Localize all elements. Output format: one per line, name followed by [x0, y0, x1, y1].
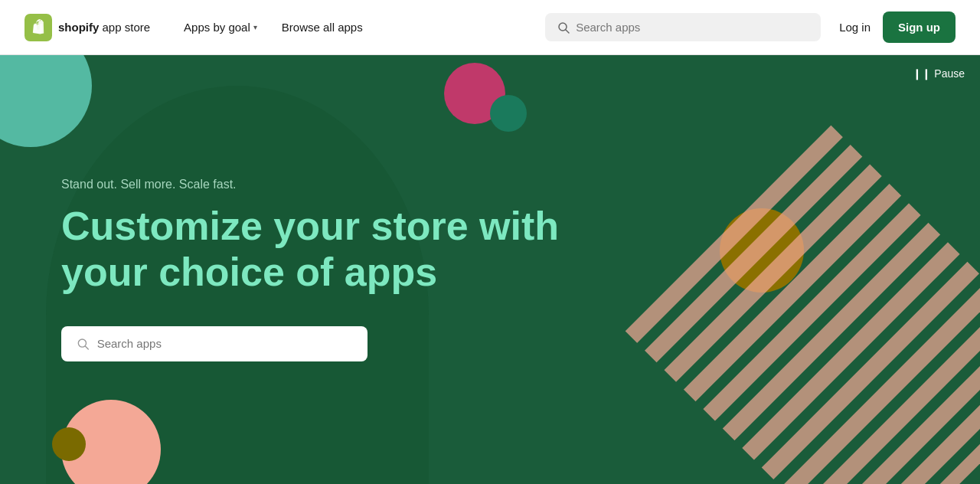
- login-button[interactable]: Log in: [839, 21, 871, 34]
- hero-search-bar[interactable]: [61, 326, 368, 361]
- site-header: shopify app store Apps by goal ▾ Browse …: [0, 0, 980, 55]
- hero-search-icon: [77, 337, 90, 351]
- olive-circle-decoration: [52, 427, 86, 461]
- svg-line-2: [566, 30, 569, 33]
- hero-title: Customize your store with your choice of…: [61, 204, 597, 296]
- shopify-logo-icon: [24, 14, 52, 41]
- chevron-down-icon: ▾: [253, 23, 257, 31]
- main-nav: Apps by goal ▾ Browse all apps: [175, 15, 527, 40]
- logo-text: shopify app store: [58, 21, 150, 34]
- header-actions: Log in Sign up: [839, 11, 956, 43]
- pause-label: Pause: [934, 67, 965, 80]
- signup-button[interactable]: Sign up: [883, 11, 956, 43]
- header-search-bar[interactable]: [545, 13, 821, 41]
- pause-icon: ❙❙: [913, 67, 931, 80]
- header-search-input[interactable]: [576, 21, 808, 34]
- nav-apps-by-goal[interactable]: Apps by goal ▾: [175, 15, 266, 40]
- svg-point-3: [78, 339, 86, 347]
- teal-small-circle-decoration: [490, 95, 527, 132]
- pause-button[interactable]: ❙❙ Pause: [913, 67, 965, 80]
- nav-browse-all[interactable]: Browse all apps: [273, 15, 372, 40]
- svg-line-4: [86, 346, 89, 349]
- hero-subtitle: Stand out. Sell more. Scale fast.: [61, 178, 919, 191]
- teal-circle-decoration: [0, 55, 92, 147]
- hero-section: ❙❙ Pause Stand out. Sell more. Scale fas…: [0, 55, 980, 484]
- search-icon: [557, 21, 570, 34]
- hero-search-input[interactable]: [97, 337, 352, 350]
- logo-link[interactable]: shopify app store: [24, 14, 150, 41]
